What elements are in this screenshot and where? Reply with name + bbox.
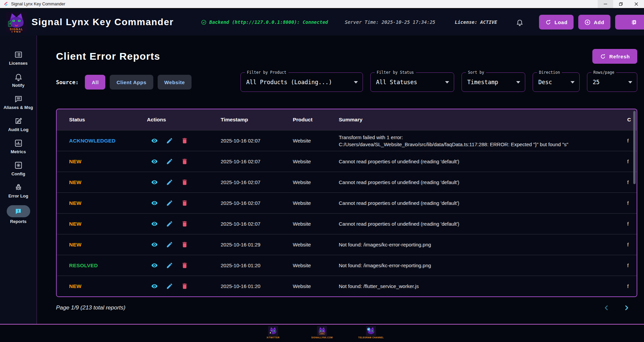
notifications-bell-icon[interactable] — [516, 18, 524, 26]
load-button[interactable]: Load — [539, 15, 574, 30]
delete-icon[interactable] — [181, 262, 188, 269]
view-icon[interactable] — [151, 179, 158, 186]
source-button-website[interactable]: Website — [158, 75, 192, 90]
edit-icon[interactable] — [166, 220, 173, 227]
sidebar-item-aliases-msg[interactable]: Aliases & Msg — [0, 95, 37, 117]
pagination-label: Page 1/9 (213 total reports) — [56, 304, 125, 311]
status-badge: NEW — [69, 200, 147, 206]
content-shell: Licenses Notify Aliases & Msg — [0, 36, 644, 324]
summary-cell: Cannot read properties of undefined (rea… — [339, 199, 627, 207]
timestamp-cell: 2025-10-16 02:07 — [221, 221, 293, 227]
edit-icon[interactable] — [166, 283, 173, 290]
app-icon — [3, 2, 8, 7]
sidebar-item-reports[interactable]: Reports — [0, 205, 37, 227]
rows-per-page-label: Rows/page — [591, 70, 616, 75]
direction-select[interactable]: Direction Desc — [533, 72, 580, 92]
sidebar-item-label: Reports — [10, 219, 26, 224]
sidebar-item-metrics[interactable]: Metrics — [0, 139, 37, 161]
rows-per-page-select[interactable]: Rows/page 25 — [587, 72, 637, 92]
close-button[interactable] — [629, 0, 644, 8]
status-badge: NEW — [69, 179, 147, 185]
chevron-down-icon — [354, 81, 358, 83]
rows-per-page-value: 25 — [593, 79, 599, 86]
column-header-product: Product — [293, 117, 339, 123]
table-row: NEW 2025-10-16 02:07 Website Cannot re — [57, 172, 637, 192]
sidebar-item-config[interactable]: Config — [0, 161, 37, 183]
clipped-cell: f — [627, 200, 637, 206]
main-content: Client Error Reports Refresh Source: All… — [37, 36, 644, 324]
sidebar-item-error-log[interactable]: Error Log — [0, 183, 37, 205]
product-cell: Website — [293, 179, 339, 185]
delete-icon[interactable] — [181, 199, 188, 207]
delete-icon[interactable] — [181, 137, 188, 144]
timestamp-cell: 2025-10-16 02:07 — [221, 138, 293, 144]
refresh-button[interactable]: Refresh — [592, 49, 637, 64]
delete-icon[interactable] — [181, 241, 188, 248]
timestamp-cell: 2025-10-16 02:07 — [221, 200, 293, 206]
sidebar-item-notify[interactable]: Notify — [0, 72, 37, 95]
sort-by-value: Timestamp — [467, 79, 498, 86]
chevron-down-icon — [571, 81, 575, 83]
restore-button[interactable] — [613, 0, 629, 8]
status-badge: RESOLVED — [69, 263, 147, 269]
table-body: ACKNOWLEDGED 2025-10-16 02:07 Website — [57, 130, 637, 296]
source-button-client-apps[interactable]: Client Apps — [110, 75, 153, 90]
table-scrollbar-thumb[interactable] — [633, 111, 636, 184]
row-actions — [147, 220, 221, 227]
footer-link-website[interactable]: WWW SIGNALLYNX.COM — [308, 326, 336, 339]
delete-icon[interactable] — [181, 283, 188, 290]
product-cell: Website — [293, 138, 339, 144]
view-icon[interactable] — [151, 137, 158, 144]
view-icon[interactable] — [151, 283, 158, 290]
row-actions — [147, 241, 221, 248]
filter-status-select[interactable]: Filter by Status All Statuses — [370, 72, 454, 92]
filter-product-select[interactable]: Filter by Product All Products (Loading.… — [240, 72, 363, 92]
delete-icon[interactable] — [181, 179, 188, 186]
view-icon[interactable] — [151, 220, 158, 227]
edit-icon[interactable] — [166, 199, 173, 207]
product-cell: Website — [293, 263, 339, 268]
view-icon[interactable] — [151, 199, 158, 207]
edit-icon[interactable] — [166, 179, 173, 186]
edit-icon[interactable] — [166, 137, 173, 144]
sidebar-item-licenses[interactable]: Licenses — [0, 50, 37, 72]
product-cell: Website — [293, 221, 339, 227]
source-button-all[interactable]: All — [85, 75, 105, 90]
source-filter-group: Source: All Client Apps Website — [56, 75, 192, 90]
previous-page-button[interactable] — [603, 304, 610, 311]
add-button[interactable]: Add — [578, 15, 610, 30]
edit-icon[interactable] — [166, 158, 173, 165]
view-icon[interactable] — [151, 262, 158, 269]
delete-icon[interactable] — [181, 158, 188, 165]
delete-icon[interactable] — [181, 220, 188, 227]
direction-value: Desc — [538, 79, 552, 86]
sidebar-item-label: Notify — [12, 83, 24, 88]
clipped-cell: f — [627, 283, 637, 289]
next-page-button[interactable] — [623, 304, 630, 311]
sidebar-item-audit-log[interactable]: Audit Log — [0, 117, 37, 139]
product-cell: Website — [293, 283, 339, 289]
column-header-summary: Summary — [339, 117, 627, 123]
view-icon[interactable] — [151, 241, 158, 248]
chevron-left-icon — [603, 304, 610, 311]
edit-icon[interactable] — [166, 262, 173, 269]
timestamp-cell: 2025-10-16 02:07 — [221, 179, 293, 185]
device-button[interactable] — [615, 15, 644, 30]
sort-by-select[interactable]: Sort by Timestamp — [462, 72, 525, 92]
table-row: NEW 2025-10-16 01:20 Website Not found — [57, 276, 637, 296]
footer-link-twitter[interactable]: X X/TWITTER — [259, 326, 287, 339]
view-icon[interactable] — [151, 158, 158, 165]
minimize-button[interactable] — [598, 0, 613, 8]
row-actions — [147, 199, 221, 207]
license-status: License: ACTIVE — [455, 19, 497, 25]
footer-link-telegram[interactable]: TELEGRAM CHANNEL — [357, 326, 385, 339]
svg-text:LYNX: LYNX — [11, 30, 21, 33]
reload-icon — [545, 19, 551, 25]
backend-status-text: Backend (http://127.0.0.1:8000): Connect… — [209, 19, 328, 25]
edit-icon[interactable] — [166, 241, 173, 248]
table-row: NEW 2025-10-16 01:29 Website Not found — [57, 234, 637, 255]
audit-log-icon — [14, 117, 23, 125]
row-actions — [147, 283, 221, 290]
summary-cell: Not found: /flutter_service_worker.js — [339, 283, 627, 290]
server-time: Server Time: 2025-10-25 17:34:25 — [345, 19, 435, 25]
